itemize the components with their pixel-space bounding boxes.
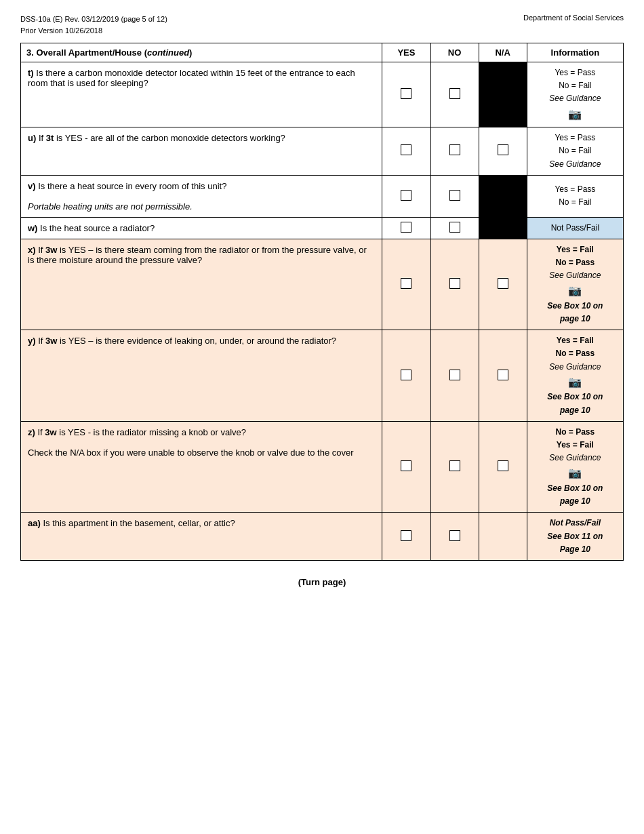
question-cell-t: t) Is there a carbon monoxide detector l…: [21, 62, 382, 127]
col-header-yes: YES: [382, 43, 430, 62]
question-cell-z: z) If 3w is YES - is the radiator missin…: [21, 421, 382, 513]
yes-checkbox-v[interactable]: [382, 175, 430, 217]
question-cell-v: v) Is there a heat source in every room …: [21, 175, 382, 217]
no-checkbox-t[interactable]: [430, 62, 479, 127]
table-row: v) Is there a heat source in every room …: [21, 175, 624, 217]
department-name: Department of Social Services: [523, 14, 624, 22]
info-cell-aa: Not Pass/FailSee Box 11 onPage 10: [527, 513, 623, 561]
no-checkbox-w[interactable]: [430, 217, 479, 239]
page-header: DSS-10a (E) Rev. 03/12/2019 (page 5 of 1…: [20, 14, 624, 36]
info-cell-x: Yes = FailNo = PassSee Guidance📷See Box …: [527, 239, 623, 330]
question-cell-x: x) If 3w is YES – is there steam coming …: [21, 239, 382, 330]
header-right: Department of Social Services: [523, 14, 624, 36]
yes-checkbox-z[interactable]: [382, 421, 430, 513]
info-cell-z: No = PassYes = FailSee Guidance📷See Box …: [527, 421, 623, 513]
form-id-line2: Prior Version 10/26/2018: [20, 25, 167, 37]
section-title: 3. Overall Apartment/House (continued): [21, 43, 382, 62]
question-label-aa: aa): [28, 518, 41, 528]
question-cell-w: w) Is the heat source a radiator?: [21, 217, 382, 239]
question-cell-aa: aa) Is this apartment in the basement, c…: [21, 513, 382, 561]
na-black-w: [479, 217, 527, 239]
na-checkbox-x[interactable]: [479, 239, 527, 330]
table-row: y) If 3w is YES – is there evidence of l…: [21, 330, 624, 422]
info-cell-w: Not Pass/Fail: [527, 217, 623, 239]
question-label-x: x): [28, 245, 36, 255]
na-checkbox-u[interactable]: [479, 127, 527, 176]
footer-turn-page: (Turn page): [20, 577, 624, 587]
yes-checkbox-y[interactable]: [382, 330, 430, 422]
info-cell-u: Yes = PassNo = FailSee Guidance: [527, 127, 623, 176]
form-id-line1: DSS-10a (E) Rev. 03/12/2019 (page 5 of 1…: [20, 14, 167, 25]
yes-checkbox-w[interactable]: [382, 217, 430, 239]
question-label-u: u): [28, 133, 36, 143]
na-checkbox-y[interactable]: [479, 330, 527, 422]
info-cell-y: Yes = FailNo = PassSee Guidance📷See Box …: [527, 330, 623, 422]
inspection-table: 3. Overall Apartment/House (continued) Y…: [20, 43, 624, 561]
table-row: w) Is the heat source a radiator? Not Pa…: [21, 217, 624, 239]
yes-checkbox-aa[interactable]: [382, 513, 430, 561]
na-checkbox-z[interactable]: [479, 421, 527, 513]
col-header-info: Information: [527, 43, 623, 62]
no-checkbox-z[interactable]: [430, 421, 479, 513]
table-row: t) Is there a carbon monoxide detector l…: [21, 62, 624, 127]
na-black-aa: [479, 513, 527, 561]
question-italic-v: Portable heating units are not permissib…: [28, 201, 193, 212]
table-row: aa) Is this apartment in the basement, c…: [21, 513, 624, 561]
question-label-w: w): [28, 223, 37, 233]
no-checkbox-u[interactable]: [430, 127, 479, 176]
table-row: u) If 3t is YES - are all of the carbon …: [21, 127, 624, 176]
info-cell-v: Yes = PassNo = Fail: [527, 175, 623, 217]
na-black-t: [479, 62, 527, 127]
no-checkbox-aa[interactable]: [430, 513, 479, 561]
yes-checkbox-t[interactable]: [382, 62, 430, 127]
no-checkbox-y[interactable]: [430, 330, 479, 422]
info-cell-t: Yes = PassNo = FailSee Guidance📷: [527, 62, 623, 127]
no-checkbox-x[interactable]: [430, 239, 479, 330]
header-left: DSS-10a (E) Rev. 03/12/2019 (page 5 of 1…: [20, 14, 167, 36]
table-row: x) If 3w is YES – is there steam coming …: [21, 239, 624, 330]
yes-checkbox-x[interactable]: [382, 239, 430, 330]
question-label-t: t): [28, 68, 34, 78]
col-header-no: NO: [430, 43, 479, 62]
table-row: z) If 3w is YES - is the radiator missin…: [21, 421, 624, 513]
question-label-v: v): [28, 181, 36, 191]
no-checkbox-v[interactable]: [430, 175, 479, 217]
question-label-z: z): [28, 427, 35, 437]
col-header-na: N/A: [479, 43, 527, 62]
question-cell-y: y) If 3w is YES – is there evidence of l…: [21, 330, 382, 422]
question-label-y: y): [28, 336, 36, 346]
na-black-v: [479, 175, 527, 217]
yes-checkbox-u[interactable]: [382, 127, 430, 176]
question-cell-u: u) If 3t is YES - are all of the carbon …: [21, 127, 382, 176]
